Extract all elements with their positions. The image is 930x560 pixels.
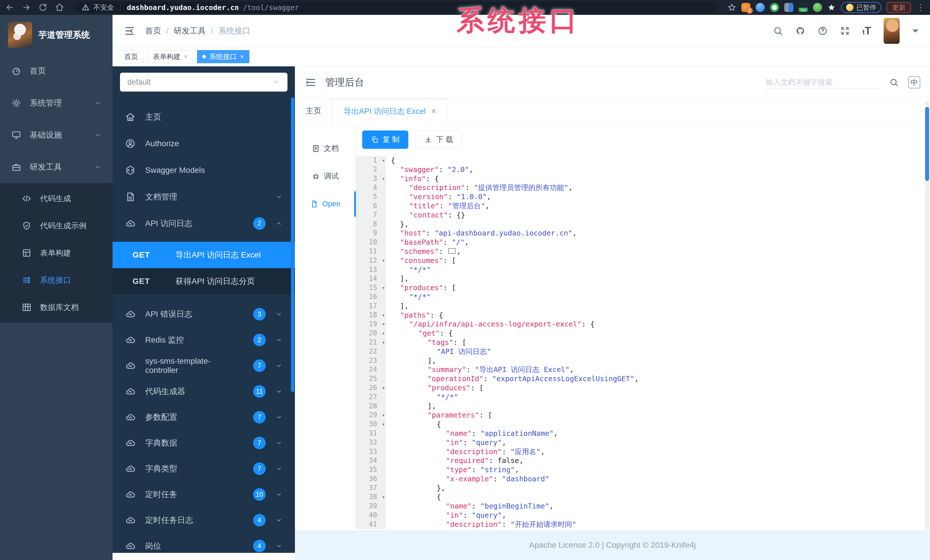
api-group-select[interactable]: default [120,73,288,92]
fold-caret-icon[interactable]: ▾ [382,411,385,420]
fold-caret-icon[interactable]: ▾ [382,156,385,165]
api-group-sys-sms-template-controller[interactable]: sys-sms-template-controller7 [112,353,295,379]
doc-tab-主页[interactable]: 主页 [295,99,333,123]
fold-caret-icon[interactable]: ▾ [382,384,385,393]
line-number: 30▾ [356,420,386,429]
swagger-nav-Authorize[interactable]: Authorize [112,130,295,157]
api-group-字典类型[interactable]: 字典类型7 [112,456,295,482]
profile-paused-pill[interactable]: 已暂停 [841,2,881,13]
swagger-nav-文档管理[interactable]: 文档管理 [112,183,295,210]
sidebar-subitem-系统接口[interactable]: 系统接口 [0,266,112,294]
insecure-warning-icon[interactable] [82,4,89,11]
url-host[interactable]: dashboard.yudao.iocoder.cn [127,3,239,12]
copy-button[interactable]: 复 制 [362,130,408,149]
operation-导出API 访问日志 Excel[interactable]: GET导出API 访问日志 Excel [112,242,295,268]
sidebar-item-基础设施[interactable]: 基础设施 [0,119,112,151]
line-number: 34 [356,456,386,465]
side-tab-Open[interactable]: Open [295,190,356,218]
api-group-Redis 监控[interactable]: Redis 监控2 [112,327,295,353]
view-tag-表单构建[interactable]: 表单构建× [148,50,193,63]
extension-puzzle-icon[interactable]: 1 [741,3,750,12]
folded-array-box[interactable] [448,248,456,254]
swagger-nav-Swagger Models[interactable]: Swagger Models [112,157,295,183]
sidebar-subitem-表单构建[interactable]: 表单构建 [0,239,112,266]
leaf-extension-icon[interactable] [813,3,822,12]
operation-获得API 访问日志分页[interactable]: GET获得API 访问日志分页 [112,268,295,295]
adblock-extension-icon[interactable] [770,3,779,12]
doc-header: 管理后台 中 [295,66,930,99]
line-number: 21▾ [356,338,386,347]
fold-caret-icon[interactable]: ▾ [382,311,385,320]
sidebar-collapse-icon[interactable] [124,25,135,37]
api-group-定时任务日志[interactable]: 定时任务日志4 [112,507,295,533]
extension-badge: 1 [747,8,753,14]
side-tab-文档[interactable]: 文档 [295,135,356,162]
reload-icon[interactable] [38,3,48,12]
fold-caret-icon[interactable]: ▾ [382,256,385,265]
view-tag-首页[interactable]: 首页 [119,50,143,63]
forward-icon[interactable] [22,3,31,12]
swagger-nav-API 访问日志[interactable]: API 访问日志2 [112,210,295,237]
page-scrollbar-thumb[interactable] [925,107,929,181]
doc-search-input[interactable] [766,78,879,87]
fold-caret-icon[interactable]: ▾ [382,283,385,293]
fold-caret-icon[interactable]: ▾ [382,420,385,429]
fold-caret-icon[interactable]: ▾ [382,320,385,329]
gin-extension-icon[interactable]: Gin [799,3,808,12]
swagger-scrollbar[interactable] [291,97,294,392]
fold-caret-icon[interactable]: ▾ [382,174,385,183]
bookmark-star-icon[interactable] [728,3,736,12]
sidebar-item-首页[interactable]: 首页 [0,55,112,87]
breadcrumb-item[interactable]: 研发工具 [174,26,206,36]
security-label[interactable]: 不安全 [93,3,114,12]
help-icon[interactable] [818,26,827,36]
breadcrumb-item[interactable]: 首页 [145,26,161,36]
doc-tab-导出API 访问日志 Excel[interactable]: 导出API 访问日志 Excel✕ [333,99,448,123]
app-logo[interactable]: 芋道管理系统 [0,15,112,55]
doc-search [765,76,879,89]
sidebar-subitem-代码生成[interactable]: 代码生成 [0,185,112,212]
close-tag-icon[interactable]: × [184,53,188,60]
tabs-grid-extension-icon[interactable] [784,3,793,12]
update-button[interactable]: 更新 [887,2,911,13]
api-group-字典数据[interactable]: 字典数据7 [112,430,295,456]
api-group-参数配置[interactable]: 参数配置7 [112,404,295,430]
font-size-icon[interactable]: tT [862,25,871,37]
fold-caret-icon[interactable]: ▾ [382,329,385,338]
sidebar-item-系统管理[interactable]: 系统管理 [0,87,112,119]
close-doc-tab-icon[interactable]: ✕ [431,107,437,115]
extensions-pinwheel-icon[interactable] [827,3,836,12]
avatar-caret-icon[interactable] [912,29,919,36]
swagger-nav-主页[interactable]: 主页 [112,104,295,130]
line-number: 17 [356,302,386,311]
location-pin-extension-icon[interactable] [756,3,765,12]
home-icon[interactable] [55,3,64,12]
sidebar-subitem-代码生成示例[interactable]: 代码生成示例 [0,212,112,239]
api-group-API 错误日志[interactable]: API 错误日志3 [112,301,295,327]
side-tab-调试[interactable]: 调试 [295,162,356,190]
code-editor[interactable]: 1▾{2"swagger": "2.0",3▾"info": {4"descri… [356,156,930,530]
language-toggle[interactable]: 中 [908,77,920,88]
doc-collapse-icon[interactable] [305,77,317,88]
sidebar-subitem-数据库文档[interactable]: 数据库文档 [0,294,112,321]
count-badge: 7 [253,359,266,372]
back-icon[interactable] [5,3,14,12]
api-group-代码生成器[interactable]: 代码生成器11 [112,379,295,404]
api-group-定时任务[interactable]: 定时任务10 [112,482,295,507]
url-path[interactable]: /tool/swagger [243,3,299,12]
user-avatar[interactable] [884,18,900,44]
fold-caret-icon[interactable]: ▾ [382,338,385,347]
api-group-岗位[interactable]: 岗位4 [112,533,295,553]
github-icon[interactable] [795,26,805,36]
browser-menu-icon[interactable]: ⋮ [916,3,925,12]
address-bar[interactable]: 不安全 dashboard.yudao.iocoder.cn /tool/swa… [74,2,717,13]
download-button[interactable]: 下 载 [416,130,462,149]
page-scrollbar[interactable] [925,101,929,530]
doc-search-icon[interactable] [889,78,899,87]
sidebar-item-研发工具[interactable]: 研发工具 [0,151,112,183]
fold-caret-icon[interactable]: ▾ [382,492,385,502]
close-tag-icon[interactable]: × [240,53,244,60]
search-icon[interactable] [773,26,783,36]
view-tag-系统接口[interactable]: 系统接口× [197,50,249,63]
fullscreen-icon[interactable] [840,26,850,36]
